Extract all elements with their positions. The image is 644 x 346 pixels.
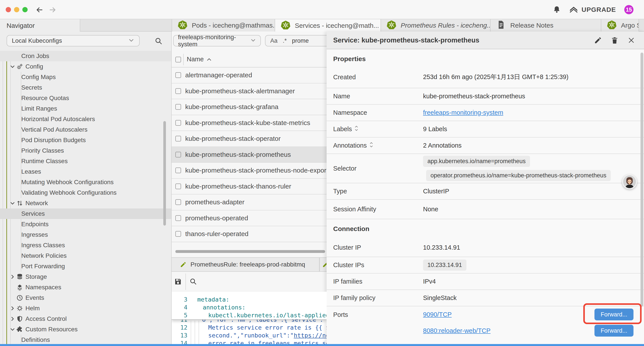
- sidebar-item-vertical-pod-autoscalers[interactable]: Vertical Pod Autoscalers: [0, 124, 172, 135]
- namespace-selector[interactable]: freeleaps-monitoring-system: [173, 35, 261, 46]
- chevron-down-icon[interactable]: [10, 200, 15, 206]
- editor-tab-partial[interactable]: [320, 258, 326, 271]
- kubeconfig-selector[interactable]: Local Kubeconfigs: [6, 35, 140, 46]
- sidebar-item-runtime-classes[interactable]: Runtime Classes: [0, 156, 172, 166]
- sidebar-item-namespaces[interactable]: Namespaces: [0, 282, 172, 293]
- chevron-down-icon[interactable]: [10, 327, 15, 332]
- sidebar-item-network-policies[interactable]: Network Policies: [0, 251, 172, 261]
- sidebar-item-mutating-webhook-configurations[interactable]: Mutating Webhook Configurations: [0, 177, 172, 187]
- tab-prometheus-rules-icecheng[interactable]: Prometheus Rules - icecheng...: [381, 19, 490, 31]
- trash-icon[interactable]: [611, 36, 618, 44]
- yaml-editor[interactable]: 3metadata:4annotations:5kubectl.kubernet…: [172, 292, 326, 346]
- forward-icon[interactable]: [48, 6, 56, 14]
- table-row-thanos-ruler-operated[interactable]: thanos-ruler-operated: [172, 226, 326, 242]
- filter-query[interactable]: prome: [292, 37, 309, 44]
- sidebar-item-endpoints[interactable]: Endpoints: [0, 219, 172, 230]
- table-row-kube-prometheus-stack-operator[interactable]: kube-prometheus-stack-operator: [172, 131, 326, 147]
- sidebar-scrollbar[interactable]: [163, 121, 166, 226]
- table-row-kube-prometheus-stack-grafana[interactable]: kube-prometheus-stack-grafana: [172, 99, 326, 115]
- table-row-kube-prometheus-stack-thanos-ruler[interactable]: kube-prometheus-stack-thanos-ruler: [172, 179, 326, 195]
- row-checkbox[interactable]: [175, 104, 181, 110]
- tab-services-icecheng-math[interactable]: Services - icecheng@math...: [275, 19, 381, 32]
- minimize-window-light[interactable]: [14, 7, 19, 12]
- regex-toggle[interactable]: .*: [283, 37, 287, 44]
- sidebar-item-port-forwarding[interactable]: Port Forwarding: [0, 261, 172, 272]
- editor-search-icon[interactable]: [189, 278, 198, 286]
- horizontal-scrollbar[interactable]: [175, 250, 325, 253]
- sidebar-item-network[interactable]: Network: [0, 198, 172, 209]
- match-case-toggle[interactable]: Aa: [270, 37, 278, 44]
- sort-ascending-icon[interactable]: [207, 58, 212, 61]
- table-row-prometheus-adapter[interactable]: prometheus-adapter: [172, 194, 326, 210]
- sidebar-item-pod-disruption-budgets[interactable]: Pod Disruption Budgets: [0, 135, 172, 145]
- sidebar-item-secrets[interactable]: Secrets: [0, 82, 172, 93]
- sidebar-item-events[interactable]: Events: [0, 293, 172, 303]
- name-column-header[interactable]: Name: [187, 56, 204, 63]
- sidebar-item-resource-quotas[interactable]: Resource Quotas: [0, 93, 172, 103]
- sidebar-item-config[interactable]: Config: [0, 61, 172, 72]
- upgrade-button[interactable]: UPGRADE: [569, 5, 616, 14]
- table-row-kube-prometheus-stack-prometheus-node-expor[interactable]: kube-prometheus-stack-prometheus-node-ex…: [172, 163, 326, 179]
- sidebar-item-priority-classes[interactable]: Priority Classes: [0, 145, 172, 156]
- row-checkbox[interactable]: [175, 120, 181, 126]
- bell-icon[interactable]: [552, 5, 561, 14]
- sort-updown-icon[interactable]: [354, 125, 358, 133]
- chevron-right-icon[interactable]: [10, 274, 15, 280]
- select-all-checkbox[interactable]: [175, 57, 181, 62]
- avatar[interactable]: [622, 174, 637, 189]
- sort-updown-icon[interactable]: [369, 141, 373, 150]
- sidebar-item-limit-ranges[interactable]: Limit Ranges: [0, 103, 172, 114]
- forward-button[interactable]: Forward...: [594, 325, 634, 337]
- namespace-link[interactable]: freeleaps-monitoring-system: [423, 109, 503, 116]
- chevron-down-icon[interactable]: [10, 64, 15, 69]
- sidebar-item-cron-jobs[interactable]: Cron Jobs: [0, 51, 172, 61]
- back-icon[interactable]: [36, 6, 44, 14]
- table-row-prometheus-operated[interactable]: prometheus-operated: [172, 210, 326, 226]
- row-checkbox[interactable]: [175, 215, 181, 221]
- navigator-panel-tab[interactable]: Navigator: [0, 19, 80, 32]
- close-icon[interactable]: [627, 36, 635, 44]
- editor-tab-prometheusrule[interactable]: PrometheusRule: freeleaps-prod-rabbitmq: [172, 258, 320, 271]
- tab-argo-se[interactable]: Argo Se: [601, 19, 639, 31]
- detail-scrollbar[interactable]: [640, 52, 643, 307]
- edit-pencil-icon[interactable]: [594, 36, 602, 44]
- sidebar-item-helm[interactable]: Helm: [0, 303, 172, 314]
- row-checkbox[interactable]: [175, 152, 181, 157]
- row-checkbox[interactable]: [175, 88, 181, 94]
- port-link[interactable]: 8080:reloader-web/TCP: [423, 327, 490, 335]
- filter-input[interactable]: Aa .* prome: [265, 35, 326, 46]
- tab-release-notes[interactable]: Release Notes: [490, 19, 601, 31]
- chevron-right-icon[interactable]: [10, 316, 15, 322]
- row-checkbox[interactable]: [175, 168, 181, 173]
- row-checkbox[interactable]: [175, 199, 181, 205]
- save-icon[interactable]: [174, 278, 182, 286]
- maximize-window-light[interactable]: [22, 7, 28, 12]
- table-row-kube-prometheus-stack-kube-state-metrics[interactable]: kube-prometheus-stack-kube-state-metrics: [172, 115, 326, 131]
- chevron-right-icon[interactable]: [10, 306, 15, 311]
- search-icon[interactable]: [154, 37, 163, 45]
- row-checkbox[interactable]: [175, 231, 181, 237]
- row-checkbox[interactable]: [175, 136, 181, 141]
- row-checkbox[interactable]: [175, 72, 181, 78]
- table-row-kube-prometheus-stack-alertmanager[interactable]: kube-prometheus-stack-alertmanager: [172, 83, 326, 99]
- table-row-alertmanager-operated[interactable]: alertmanager-operated: [172, 67, 326, 83]
- sidebar-item-leases[interactable]: Leases: [0, 166, 172, 177]
- close-window-light[interactable]: [6, 7, 11, 12]
- sidebar-item-services[interactable]: Services: [0, 209, 172, 219]
- row-checkbox[interactable]: [175, 184, 181, 189]
- sidebar-item-custom-resources[interactable]: Custom Resources: [0, 324, 172, 335]
- sidebar-item-validating-webhook-configurations[interactable]: Validating Webhook Configurations: [0, 187, 172, 198]
- sidebar-item-definitions[interactable]: Definitions: [0, 335, 172, 345]
- sidebar-item-storage[interactable]: Storage: [0, 272, 172, 282]
- tab-pods-icecheng-mathmas[interactable]: Pods - icecheng@mathmas...: [172, 19, 275, 31]
- sidebar-item-ingress-classes[interactable]: Ingress Classes: [0, 240, 172, 251]
- sidebar-item-horizontal-pod-autoscalers[interactable]: Horizontal Pod Autoscalers: [0, 114, 172, 124]
- sidebar-item-config-maps[interactable]: Config Maps: [0, 72, 172, 82]
- notification-count-badge[interactable]: 15: [624, 5, 634, 14]
- sidebar-item-ingresses[interactable]: Ingresses: [0, 230, 172, 240]
- code-link[interactable]: https://net: [294, 332, 326, 339]
- port-link[interactable]: 9090/TCP: [423, 311, 452, 318]
- sidebar-item-access-control[interactable]: Access Control: [0, 314, 172, 324]
- table-row-kube-prometheus-stack-prometheus[interactable]: kube-prometheus-stack-prometheus: [172, 147, 326, 163]
- detail-row-label: Labels: [333, 125, 352, 133]
